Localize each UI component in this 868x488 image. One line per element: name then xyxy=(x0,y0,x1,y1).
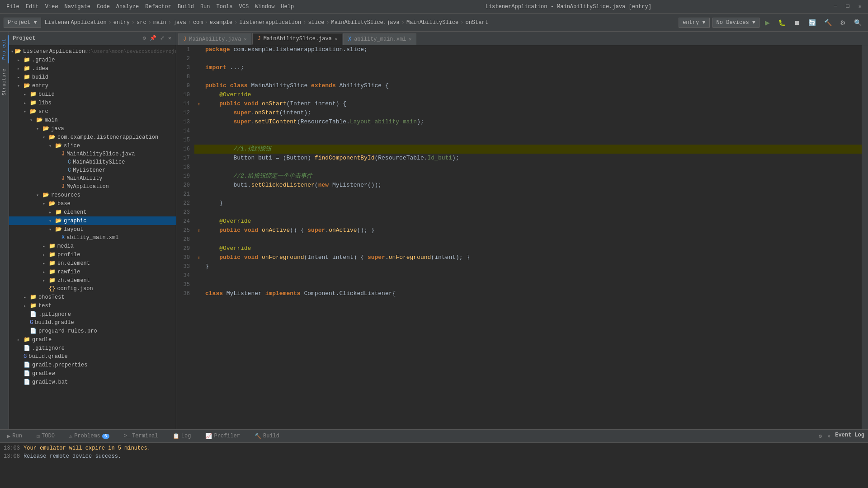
code-line[interactable]: 3import ...; xyxy=(176,63,862,72)
bottom-tab-run[interactable]: ▶ Run xyxy=(4,431,26,441)
tree-arrow-icon[interactable]: ▾ xyxy=(49,218,54,224)
line-content[interactable]: public void onForeground(Intent intent) … xyxy=(203,253,862,262)
sidebar-tab-structure[interactable]: Structure xyxy=(0,65,9,99)
tree-arrow-icon[interactable]: ▸ xyxy=(42,244,48,249)
tree-item[interactable]: ▾📂main xyxy=(9,116,176,124)
code-line[interactable]: 14 xyxy=(176,127,862,136)
sidebar-tab-project[interactable]: Project xyxy=(0,35,9,63)
tree-item[interactable]: ▸📁.idea xyxy=(9,64,176,73)
tree-item[interactable]: CMainAbilitySlice xyxy=(9,158,176,166)
tree-item[interactable]: JMainAbilitySlice.java xyxy=(9,150,176,158)
line-content[interactable]: super.setUIContent(ResourceTable.Layout_… xyxy=(203,117,862,127)
tree-arrow-icon[interactable]: ▸ xyxy=(24,295,29,300)
tree-item[interactable]: ▸📁gradle xyxy=(9,335,176,344)
line-content[interactable] xyxy=(203,235,862,244)
panel-expand-icon[interactable]: ⤢ xyxy=(159,34,165,42)
code-line[interactable]: 16 //1.找到按钮 xyxy=(176,145,862,154)
maximize-button[interactable]: □ xyxy=(844,2,852,11)
close-button[interactable]: ✕ xyxy=(856,2,864,11)
bottom-tab-todo[interactable]: ☑ TODO xyxy=(33,431,58,441)
line-content[interactable]: @Override xyxy=(203,244,862,253)
sync-button[interactable]: 🔄 xyxy=(806,17,819,28)
editor-scroll-markers[interactable] xyxy=(862,45,868,429)
code-line[interactable]: 10 @Override xyxy=(176,90,862,99)
code-line[interactable]: 28 xyxy=(176,235,862,244)
panel-close-icon[interactable]: ✕ xyxy=(167,34,172,42)
tree-arrow-icon[interactable]: ▾ xyxy=(49,143,54,149)
code-line[interactable]: 35 xyxy=(176,280,862,289)
panel-pin-icon[interactable]: 📌 xyxy=(149,34,157,42)
tree-item[interactable]: ▾📂base xyxy=(9,199,176,208)
tree-item[interactable]: ▾📂slice xyxy=(9,141,176,150)
tree-item[interactable]: 📄.gitignore xyxy=(9,344,176,352)
line-content[interactable] xyxy=(203,136,862,145)
tree-item[interactable]: ▾📂resources xyxy=(9,191,176,199)
menu-file[interactable]: File xyxy=(4,3,22,11)
tree-arrow-icon[interactable]: ▾ xyxy=(24,109,29,114)
tree-item[interactable]: ▸📁libs xyxy=(9,99,176,107)
code-line[interactable]: 36class MyListener implements Component.… xyxy=(176,289,862,298)
tree-item[interactable]: ▸📁element xyxy=(9,208,176,216)
line-content[interactable] xyxy=(203,54,862,63)
line-content[interactable] xyxy=(203,72,862,81)
code-line[interactable]: 19 //2.给按钮绑定一个单击事件 xyxy=(176,172,862,181)
line-content[interactable] xyxy=(203,190,862,199)
bottom-tab-profiler[interactable]: 📈 Profiler xyxy=(202,431,244,441)
line-content[interactable] xyxy=(203,208,862,217)
tree-item[interactable]: 📄gradlew.bat xyxy=(9,378,176,386)
menu-navigate[interactable]: Navigate xyxy=(61,3,93,11)
tree-item[interactable]: ▸📁en.element xyxy=(9,259,176,267)
line-content[interactable] xyxy=(203,127,862,136)
tree-arrow-icon[interactable]: ▾ xyxy=(17,83,23,89)
line-content[interactable]: but1.setClickedListener(new MyListener()… xyxy=(203,181,862,190)
minimize-button[interactable]: — xyxy=(831,2,840,11)
code-line[interactable]: 20 but1.setClickedListener(new MyListene… xyxy=(176,181,862,190)
tree-item[interactable]: Xability_main.xml xyxy=(9,234,176,242)
file-tab-mainability[interactable]: J MainAbility.java ✕ xyxy=(178,33,251,45)
bottom-tab-problems[interactable]: ⚠ Problems 6 xyxy=(66,431,113,441)
line-content[interactable] xyxy=(203,163,862,172)
breadcrumb-item-3[interactable]: main xyxy=(153,19,166,26)
tree-arrow-icon[interactable]: ▸ xyxy=(17,75,23,80)
code-line[interactable]: 11⬆ public void onStart(Intent intent) { xyxy=(176,99,862,108)
tree-item[interactable]: ▸📁profile xyxy=(9,250,176,259)
event-log-settings-icon[interactable]: ⚙ xyxy=(818,432,823,441)
file-tab-mainabilityslice-close[interactable]: ✕ xyxy=(335,36,337,42)
breadcrumb-item-6[interactable]: example xyxy=(210,19,232,26)
tree-arrow-icon[interactable]: ▸ xyxy=(42,269,48,275)
menu-run[interactable]: Run xyxy=(198,3,213,11)
build-button[interactable]: 🔨 xyxy=(821,17,835,28)
breadcrumb-item-11[interactable]: onStart xyxy=(465,19,488,26)
tree-item[interactable]: ▸📁build xyxy=(9,73,176,81)
code-line[interactable]: 30⬆ public void onForeground(Intent inte… xyxy=(176,253,862,262)
code-line[interactable]: 1package com.example.listenerapplication… xyxy=(176,45,862,54)
code-line[interactable]: 33} xyxy=(176,262,862,271)
menu-edit[interactable]: Edit xyxy=(23,3,42,11)
tree-item[interactable]: ▸📁ohosTest xyxy=(9,293,176,301)
tree-arrow-icon[interactable]: ▸ xyxy=(17,66,23,71)
project-selector[interactable]: Project ▼ xyxy=(4,18,41,28)
breadcrumb-item-2[interactable]: src xyxy=(137,19,146,26)
breadcrumb-item-7[interactable]: listenerapplication xyxy=(239,19,301,26)
tree-item[interactable]: ▾📂entry xyxy=(9,81,176,90)
line-content[interactable]: public class MainAbilitySlice extends Ab… xyxy=(203,81,862,90)
line-content[interactable]: class MyListener implements Component.Cl… xyxy=(203,289,862,298)
line-content[interactable]: super.onStart(intent); xyxy=(203,108,862,117)
window-controls[interactable]: — □ ✕ xyxy=(831,2,864,11)
tree-item[interactable]: CMyListener xyxy=(9,166,176,174)
line-content[interactable]: //1.找到按钮 xyxy=(203,145,862,154)
line-content[interactable]: Button but1 = (Button) findComponentById… xyxy=(203,154,862,163)
line-content[interactable]: @Override xyxy=(203,217,862,226)
code-line[interactable]: 34 xyxy=(176,271,862,280)
tree-arrow-icon[interactable]: ▾ xyxy=(36,126,42,131)
code-line[interactable]: 13 super.setUIContent(ResourceTable.Layo… xyxy=(176,117,862,127)
file-tab-abilitymain[interactable]: X ability_main.xml ✕ xyxy=(343,33,416,45)
file-tab-abilitymain-close[interactable]: ✕ xyxy=(409,37,411,42)
code-line[interactable]: 17 Button but1 = (Button) findComponentB… xyxy=(176,154,862,163)
stop-button[interactable]: ⏹ xyxy=(791,17,803,28)
tree-item[interactable]: ▸📁rawfile xyxy=(9,267,176,276)
file-tab-mainability-close[interactable]: ✕ xyxy=(244,37,246,42)
menu-window[interactable]: Window xyxy=(252,3,277,11)
code-line[interactable]: 12 super.onStart(intent); xyxy=(176,108,862,117)
debug-button[interactable]: 🐛 xyxy=(775,17,788,28)
